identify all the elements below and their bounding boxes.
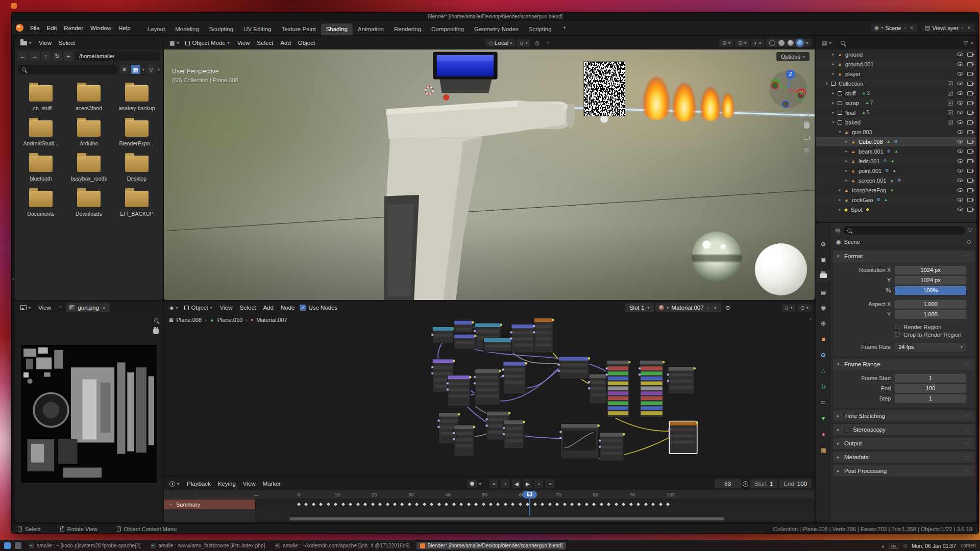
disable-in-renders-icon[interactable]: [967, 111, 973, 115]
disable-in-renders-icon[interactable]: [967, 188, 973, 192]
disclosure-icon[interactable]: ▾: [824, 81, 829, 86]
keyframe-diamond[interactable]: [607, 503, 610, 506]
toggle-perspective-icon[interactable]: ▦: [804, 147, 809, 153]
material-selector[interactable]: ▾ Material.007 ▫ ×: [655, 303, 721, 312]
summary-channel[interactable]: ▾ Summary: [164, 499, 255, 509]
material-preview-button[interactable]: [788, 40, 794, 46]
keyframe-diamond[interactable]: [467, 503, 471, 506]
hide-in-viewport-icon[interactable]: [957, 101, 963, 105]
hide-in-viewport-icon[interactable]: [957, 72, 963, 76]
folder-item-arduino[interactable]: Arduino: [65, 116, 113, 151]
shader-node[interactable]: [533, 318, 554, 353]
gizmos-dropdown[interactable]: ⊙ ▾: [735, 39, 749, 47]
panel-header-stereoscopy[interactable]: ▸Stereoscopy∷∷: [833, 424, 974, 435]
folder-item-anakey-backup[interactable]: anakey-backup: [113, 81, 161, 115]
proportional-editing-toggle[interactable]: ◎: [532, 39, 542, 47]
panel-header-format[interactable]: ▾Format∷∷: [833, 251, 974, 262]
add-workspace-button[interactable]: +: [558, 22, 572, 34]
files-launcher-icon[interactable]: [15, 542, 21, 549]
image-selector[interactable]: gun.png ×: [66, 303, 110, 312]
collection-checkbox[interactable]: ✓: [948, 101, 953, 106]
filter-icon[interactable]: ▽: [968, 228, 972, 233]
keyframe-diamond[interactable]: [430, 503, 433, 506]
keyframe-diamond[interactable]: [555, 503, 559, 506]
disclosure-icon[interactable]: ▸: [838, 188, 842, 192]
keyframe-diamond[interactable]: [459, 503, 463, 506]
shader-node[interactable]: [667, 366, 696, 394]
menu-edit[interactable]: Edit: [43, 23, 61, 33]
properties-tab-view-layer[interactable]: ▤: [817, 286, 830, 297]
prop-checkbox-crop-to-render-region[interactable]: Crop to Render Region: [895, 332, 966, 338]
menu-file[interactable]: File: [27, 23, 43, 33]
properties-tab-scene[interactable]: ◉: [817, 302, 830, 313]
keyframe-diamond[interactable]: [356, 503, 360, 506]
overlays-dropdown[interactable]: ⊙ ▾: [797, 304, 812, 312]
properties-nav-icon[interactable]: ▤: [835, 228, 840, 233]
play-button[interactable]: ▶: [523, 479, 532, 488]
display-list-button[interactable]: ≡: [120, 65, 129, 74]
timeline-canvas[interactable]: ↔ 0102030405060708090100 63 ▾ Summary: [164, 490, 815, 522]
keyframe-diamond[interactable]: [644, 503, 648, 506]
play-reverse-button[interactable]: ◀: [512, 479, 521, 488]
pan-hand-icon[interactable]: [153, 329, 159, 334]
app-launcher-icon[interactable]: [4, 542, 11, 549]
disable-in-renders-icon[interactable]: [967, 149, 973, 154]
current-frame-field[interactable]: 63: [715, 479, 741, 488]
image-menu-button[interactable]: ≡: [56, 304, 65, 312]
hide-in-viewport-icon[interactable]: [957, 82, 963, 85]
unlink-material-button[interactable]: ×: [713, 305, 718, 311]
zoom-icon[interactable]: [154, 318, 158, 322]
editor-type-button[interactable]: ▦ ▾: [167, 39, 181, 47]
filter-icon[interactable]: ▽: [964, 40, 968, 46]
keyframe-diamond[interactable]: [651, 503, 655, 506]
disable-in-renders-icon[interactable]: [967, 208, 973, 212]
disable-in-renders-icon[interactable]: [967, 198, 973, 202]
fake-user-button[interactable]: ▫: [706, 305, 710, 311]
outliner-row-point-001[interactable]: ▸▲point.001⚙▲: [816, 166, 976, 176]
keyframe-diamond[interactable]: [341, 503, 345, 506]
shader-node-active[interactable]: [668, 421, 698, 454]
pan-hand-icon[interactable]: [804, 123, 810, 129]
frame-end-field[interactable]: End100: [779, 479, 812, 488]
use-nodes-checkbox[interactable]: ✓ Use Nodes: [300, 305, 337, 311]
hide-in-viewport-icon[interactable]: [957, 179, 963, 182]
keyboard-layout-indicator[interactable]: us: [889, 543, 899, 549]
disclosure-icon[interactable]: ▸: [844, 178, 849, 183]
keyframe-diamond[interactable]: [489, 503, 493, 506]
pin-button[interactable]: ⊙: [723, 303, 733, 312]
shader-node[interactable]: [599, 433, 625, 461]
tray-icon[interactable]: ▴: [881, 543, 884, 548]
prop-field-y[interactable]: 1.000: [895, 310, 966, 319]
keyframe-diamond[interactable]: [378, 503, 382, 506]
collection-checkbox[interactable]: ✓: [948, 81, 953, 86]
path-field[interactable]: /home/amalie/: [75, 52, 160, 61]
keyframe-diamond[interactable]: [415, 503, 419, 506]
properties-tab-world[interactable]: ⊕: [817, 317, 830, 329]
panel-header-frame-range[interactable]: ▾Frame Range∷∷: [833, 359, 974, 370]
solid-shading-button[interactable]: [778, 40, 785, 46]
disable-in-renders-icon[interactable]: [967, 91, 973, 95]
workspace-tab-shading[interactable]: Shading: [321, 23, 353, 35]
image-menu-view[interactable]: View: [35, 303, 55, 312]
hide-in-viewport-icon[interactable]: [957, 149, 963, 153]
disclosure-icon[interactable]: ▸: [831, 71, 836, 76]
keyframe-diamond[interactable]: [474, 503, 478, 506]
folder-item-androidstudi-[interactable]: AndroidStudi...: [17, 116, 65, 151]
taskbar-window[interactable]: amalie : /www/ama_fastbrowse [kim-index.…: [147, 542, 268, 549]
zoom-icon[interactable]: [805, 112, 809, 116]
folder-item-bluetooth[interactable]: bluetooth: [17, 152, 65, 186]
properties-tab-output[interactable]: [817, 270, 830, 282]
disclosure-icon[interactable]: ▸: [838, 207, 842, 212]
prop-field-aspect-x[interactable]: 1.000: [895, 300, 966, 309]
shader-node[interactable]: [483, 338, 513, 352]
timeline-ruler[interactable]: ↔ 0102030405060708090100: [164, 490, 815, 499]
disable-in-renders-icon[interactable]: [967, 72, 973, 76]
disable-in-renders-icon[interactable]: [967, 159, 973, 163]
mode-dropdown[interactable]: Object Mode ▾: [183, 39, 232, 47]
breadcrumb-item[interactable]: Plane.008: [177, 317, 202, 323]
disclosure-icon[interactable]: ▸: [838, 197, 842, 202]
disclosure-icon[interactable]: ▾: [838, 130, 842, 134]
viewport-menu-view[interactable]: View: [234, 38, 254, 47]
editor-type-button[interactable]: ▾: [18, 304, 33, 311]
jump-to-start-button[interactable]: «: [489, 479, 498, 488]
